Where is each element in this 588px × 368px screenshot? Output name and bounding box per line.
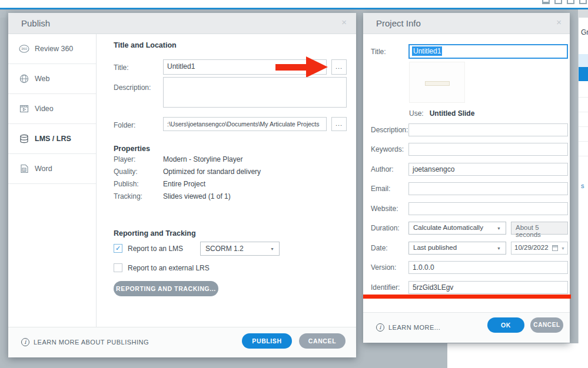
scorm-version-value: SCORM 1.2 — [205, 245, 244, 253]
pi-version-input[interactable]: 1.0.0.0 — [408, 261, 568, 274]
pi-author-input[interactable]: joetansengco — [408, 163, 568, 176]
red-arrow-head — [306, 56, 328, 78]
background-row-divider — [579, 141, 588, 142]
property-value[interactable]: Slides viewed (1 of 1) — [163, 192, 231, 200]
property-row-player: Player: Modern - Storyline Player — [114, 155, 325, 165]
ok-button[interactable]: OK — [487, 317, 524, 333]
thumbnail-text-placeholder — [425, 81, 450, 86]
pi-identifier-input[interactable]: 5rzGid3LEgv — [408, 281, 568, 294]
publish-dialog-header: Publish × — [8, 13, 356, 34]
dialog-close-icon[interactable]: × — [341, 17, 347, 27]
use-label: Use: — [409, 109, 424, 118]
sidebar-item-label: Video — [35, 105, 54, 113]
publish-format-sidebar: 360 Review 360 Web Video LMS / LRS W — [8, 34, 97, 327]
publish-button[interactable]: PUBLISH — [242, 333, 292, 349]
sidebar-item-label: Word — [35, 165, 52, 173]
publish-dialog-title: Publish — [21, 18, 50, 28]
video-icon — [19, 103, 29, 114]
maximize-icon[interactable] — [554, 0, 562, 4]
sidebar-item-web[interactable]: Web — [8, 64, 96, 94]
use-slide-line: Use:Untitled Slide — [409, 109, 474, 118]
background-partial-text: Gr — [581, 28, 588, 36]
background-row-divider — [579, 97, 588, 98]
pi-website-label: Website: — [371, 205, 398, 213]
folder-label: Folder: — [114, 121, 135, 129]
property-label: Quality: — [114, 168, 138, 176]
scorm-version-select[interactable]: SCORM 1.2 ▼ — [200, 242, 280, 256]
date-mode-select[interactable]: Last published ▼ — [408, 242, 506, 255]
background-window-edge — [0, 10, 6, 18]
chevron-down-icon: ▼ — [497, 226, 501, 230]
pi-keywords-input[interactable] — [408, 143, 568, 156]
title-location-heading: Title and Location — [114, 41, 177, 49]
app-top-border — [0, 8, 588, 9]
publish-dialog: Publish × 360 Review 360 Web Video L — [8, 13, 356, 357]
pi-title-label: Title: — [371, 48, 386, 56]
background-bottom-panel — [447, 343, 588, 368]
pi-identifier-label: Identifier: — [371, 283, 400, 292]
learn-more-link[interactable]: i LEARN MORE... — [376, 323, 440, 332]
pi-description-input[interactable] — [408, 123, 568, 136]
title-browse-button[interactable]: ... — [331, 59, 347, 75]
project-info-title: Project Info — [376, 18, 421, 28]
minimize-icon[interactable] — [542, 0, 550, 4]
reporting-and-tracking-button[interactable]: REPORTING AND TRACKING... — [114, 281, 218, 296]
globe-icon — [19, 73, 29, 84]
pi-email-label: Email: — [371, 185, 390, 193]
pi-description-label: Description: — [371, 126, 408, 134]
project-info-footer: i LEARN MORE... OK CANCEL — [363, 312, 570, 343]
pi-cancel-button[interactable]: CANCEL — [530, 317, 563, 333]
property-row-quality: Quality: Optimized for standard delivery — [114, 168, 325, 177]
slide-thumbnail — [409, 62, 465, 103]
background-partial-link: s — [581, 182, 584, 189]
chevron-down-icon: ▼ — [270, 247, 274, 251]
chevron-down-icon: ▼ — [561, 246, 565, 250]
learn-more-publishing-link[interactable]: i LEARN MORE ABOUT PUBLISHING — [21, 338, 149, 346]
pi-email-input[interactable] — [408, 182, 568, 195]
svg-text:360: 360 — [21, 47, 28, 51]
chevron-down-icon: ▼ — [497, 246, 501, 250]
info-icon: i — [21, 338, 29, 346]
pi-website-input[interactable] — [408, 202, 568, 215]
date-picker[interactable]: 10/29/2022 ▼ — [511, 242, 568, 255]
sidebar-item-review-360[interactable]: 360 Review 360 — [8, 34, 96, 64]
dialog-close-icon[interactable]: × — [556, 17, 562, 27]
pi-title-input[interactable]: Untitled1 — [408, 44, 568, 59]
pi-version-label: Version: — [371, 263, 396, 272]
pi-keywords-label: Keywords: — [371, 145, 404, 153]
database-icon — [19, 133, 29, 144]
background-app-panel: Gr s — [578, 18, 588, 368]
description-input[interactable] — [163, 77, 347, 108]
pi-author-label: Author: — [371, 165, 394, 173]
report-lrs-checkbox[interactable] — [114, 263, 122, 272]
folder-browse-button[interactable]: ... — [331, 117, 347, 131]
background-row-hover — [579, 54, 588, 67]
sidebar-item-video[interactable]: Video — [8, 94, 96, 124]
top-white-strip — [0, 0, 588, 8]
publish-dialog-footer: i LEARN MORE ABOUT PUBLISHING PUBLISH CA… — [8, 327, 356, 357]
svg-text:W: W — [22, 169, 25, 172]
property-value[interactable]: Optimized for standard delivery — [163, 168, 261, 176]
reporting-tracking-heading: Reporting and Tracking — [114, 229, 196, 237]
properties-heading: Properties — [114, 145, 150, 153]
property-row-publish: Publish: Entire Project — [114, 180, 325, 189]
sidebar-item-label: Review 360 — [35, 45, 73, 53]
property-label: Player: — [114, 155, 135, 163]
report-lrs-label: Report to an external LRS — [128, 264, 210, 272]
restore-icon[interactable] — [567, 0, 574, 4]
sidebar-item-lms-lrs[interactable]: LMS / LRS — [8, 124, 96, 154]
red-underline-annotation — [363, 295, 571, 299]
calendar-icon — [552, 245, 558, 251]
info-icon: i — [376, 323, 384, 332]
review-360-icon: 360 — [19, 44, 29, 54]
property-row-tracking: Tracking: Slides viewed (1 of 1) — [114, 192, 325, 202]
report-lms-checkbox[interactable] — [114, 244, 122, 253]
cancel-button[interactable]: CANCEL — [299, 333, 346, 349]
sidebar-item-word[interactable]: W Word — [8, 154, 96, 184]
close-icon[interactable] — [579, 0, 587, 4]
use-value[interactable]: Untitled Slide — [430, 109, 475, 118]
property-value[interactable]: Entire Project — [163, 180, 205, 188]
folder-input[interactable]: :\Users\joetansengco\Documents\My Articu… — [163, 117, 327, 131]
property-value[interactable]: Modern - Storyline Player — [163, 155, 242, 163]
duration-select[interactable]: Calculate Automatically ▼ — [408, 222, 506, 235]
